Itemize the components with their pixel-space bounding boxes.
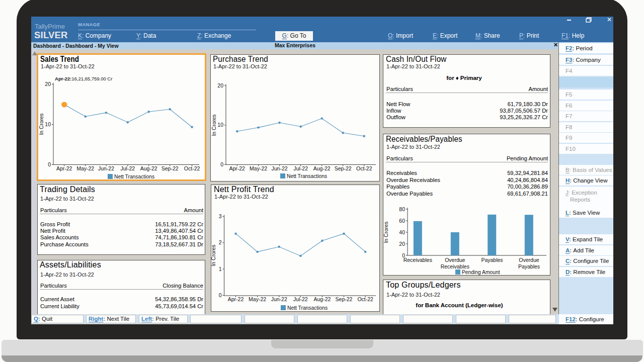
svg-text:Pending Amount: Pending Amount — [462, 269, 500, 275]
svg-text:Payables: Payables — [481, 257, 503, 263]
svg-text:Overdue: Overdue — [445, 257, 465, 263]
svg-text:Oct-22: Oct-22 — [356, 165, 372, 171]
svg-text:Receivables: Receivables — [441, 263, 469, 269]
svg-text:Jul-22: Jul-22 — [120, 165, 135, 171]
svg-text:Receivables: Receivables — [404, 257, 432, 263]
svg-text:1: 1 — [219, 266, 222, 272]
svg-text:Jul-22: Jul-22 — [293, 165, 308, 171]
svg-text:Aug-22: Aug-22 — [140, 165, 157, 171]
svg-text:0: 0 — [220, 161, 223, 167]
svg-text:20: 20 — [399, 241, 405, 247]
svg-text:In Crores: In Crores — [211, 114, 217, 136]
svg-text:Oct-22: Oct-22 — [184, 165, 200, 171]
svg-text:40: 40 — [399, 229, 405, 235]
svg-text:Apr-22: Apr-22 — [228, 296, 244, 302]
svg-text:Jun-22: Jun-22 — [271, 296, 287, 302]
svg-text:In Crores: In Crores — [38, 113, 44, 135]
svg-text:Oct-22: Oct-22 — [357, 296, 373, 302]
svg-text:May-22: May-22 — [250, 165, 267, 171]
svg-text:In Crores: In Crores — [211, 244, 216, 266]
svg-text:Sep-22: Sep-22 — [336, 296, 353, 302]
svg-text:Jun-22: Jun-22 — [272, 165, 288, 171]
svg-text:Aug-22: Aug-22 — [313, 165, 331, 171]
svg-text:0: 0 — [219, 292, 222, 298]
svg-text:May-22: May-22 — [249, 296, 266, 302]
svg-text:20: 20 — [217, 82, 223, 88]
svg-text:Nett Transactions: Nett Transactions — [287, 305, 328, 311]
svg-text:Payables: Payables — [518, 263, 540, 269]
svg-text:Apr-22: Apr-22 — [56, 165, 72, 171]
svg-text:10: 10 — [217, 122, 223, 128]
svg-text:Nett Transactions: Nett Transactions — [287, 173, 327, 179]
svg-text:Apr-22: Apr-22 — [229, 165, 245, 171]
svg-text:Jul-22: Jul-22 — [293, 296, 308, 302]
svg-text:60: 60 — [399, 218, 405, 224]
svg-text:0: 0 — [48, 161, 51, 167]
svg-text:Jun-22: Jun-22 — [98, 165, 114, 171]
svg-text:Aug-22: Aug-22 — [313, 296, 331, 302]
svg-text:20: 20 — [45, 81, 51, 87]
svg-text:Nett Transactions: Nett Transactions — [114, 174, 154, 179]
svg-text:Sep-22: Sep-22 — [335, 165, 352, 171]
svg-text:In Crores: In Crores — [383, 221, 389, 243]
svg-text:2: 2 — [219, 239, 222, 245]
svg-text:3: 3 — [219, 213, 222, 219]
svg-text:Sep-22: Sep-22 — [162, 165, 179, 171]
svg-text:10: 10 — [45, 121, 51, 127]
svg-text:80: 80 — [399, 206, 405, 212]
svg-text:May-22: May-22 — [76, 165, 94, 171]
svg-text:Overdue: Overdue — [519, 257, 539, 263]
